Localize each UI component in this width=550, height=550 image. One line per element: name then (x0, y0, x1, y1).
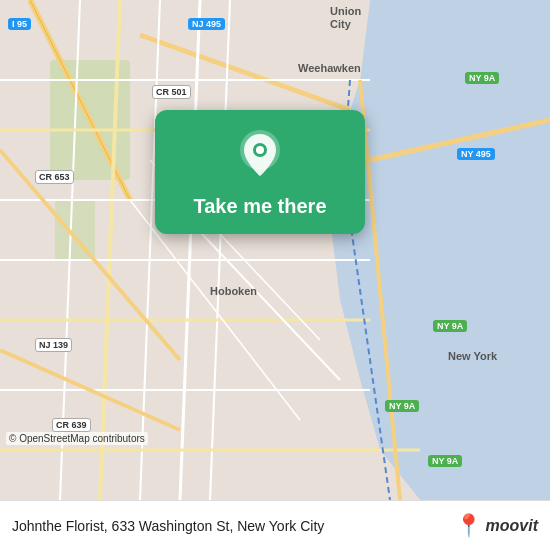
moovit-pin-icon: 📍 (455, 515, 482, 537)
svg-point-28 (256, 146, 264, 154)
map-container: Union City Weehawken Hoboken New York I … (0, 0, 550, 500)
moovit-brand-text: moovit (486, 517, 538, 535)
popup-card: Take me there (155, 110, 365, 234)
take-me-there-button[interactable]: Take me there (193, 194, 326, 218)
location-pin-icon (233, 128, 287, 182)
attribution-text: © OpenStreetMap contributors (6, 432, 148, 445)
moovit-logo: 📍 moovit (455, 515, 538, 537)
location-text: Johnthe Florist, 633 Washington St, New … (12, 518, 445, 534)
bottom-bar: Johnthe Florist, 633 Washington St, New … (0, 500, 550, 550)
attribution-bar: © OpenStreetMap contributors (0, 426, 550, 448)
